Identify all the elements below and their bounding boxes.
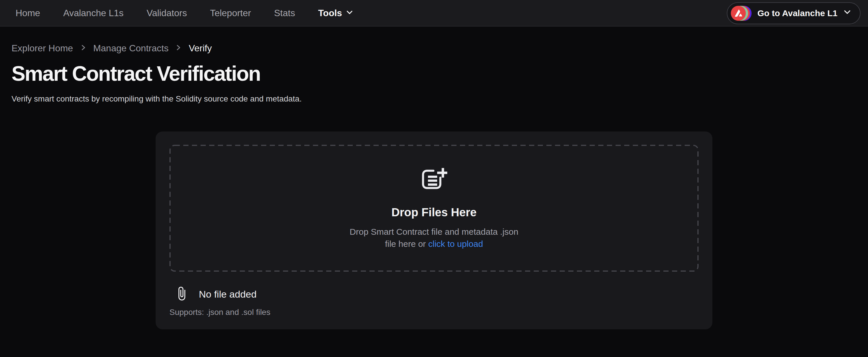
nav-item-home[interactable]: Home bbox=[16, 8, 40, 18]
chevron-down-icon bbox=[843, 8, 851, 18]
avalanche-logo bbox=[731, 5, 751, 21]
page-header: Explorer Home Manage Contracts Verify Sm… bbox=[0, 43, 868, 105]
nav-tools-label: Tools bbox=[318, 8, 342, 18]
dashed-border bbox=[169, 145, 699, 272]
nav-item-stats[interactable]: Stats bbox=[274, 8, 295, 18]
nav-item-tools[interactable]: Tools bbox=[318, 8, 353, 18]
chevron-right-icon bbox=[79, 43, 87, 54]
avalanche-mark-icon bbox=[731, 5, 746, 21]
paperclip-icon bbox=[174, 286, 189, 303]
page-subtitle: Verify smart contracts by recompiling wi… bbox=[11, 93, 857, 105]
page: Home Avalanche L1s Validators Teleporter… bbox=[0, 0, 868, 357]
nav-links: Home Avalanche L1s Validators Teleporter… bbox=[16, 8, 353, 18]
nav-item-teleporter[interactable]: Teleporter bbox=[210, 8, 251, 18]
file-status-row: No file added bbox=[169, 287, 699, 302]
top-nav: Home Avalanche L1s Validators Teleporter… bbox=[0, 0, 868, 27]
chevron-down-icon bbox=[346, 8, 353, 18]
breadcrumb-verify: Verify bbox=[189, 43, 212, 54]
supported-file-types: Supports: .json and .sol files bbox=[169, 307, 699, 318]
file-status-label: No file added bbox=[199, 289, 256, 300]
nav-item-validators[interactable]: Validators bbox=[147, 8, 187, 18]
go-to-avalanche-l1-button[interactable]: Go to Avalanche L1 bbox=[727, 2, 861, 24]
breadcrumb-explorer-home[interactable]: Explorer Home bbox=[11, 43, 73, 54]
breadcrumb-manage-contracts[interactable]: Manage Contracts bbox=[93, 43, 168, 54]
breadcrumb: Explorer Home Manage Contracts Verify bbox=[11, 43, 857, 54]
go-to-avalanche-l1-label: Go to Avalanche L1 bbox=[757, 8, 837, 18]
nav-item-avalanche-l1s[interactable]: Avalanche L1s bbox=[63, 8, 123, 18]
file-dropzone[interactable]: Drop Files Here Drop Smart Contract file… bbox=[169, 145, 699, 272]
page-title: Smart Contract Verification bbox=[11, 61, 857, 87]
upload-card: Drop Files Here Drop Smart Contract file… bbox=[156, 131, 712, 329]
chevron-right-icon bbox=[175, 43, 182, 54]
